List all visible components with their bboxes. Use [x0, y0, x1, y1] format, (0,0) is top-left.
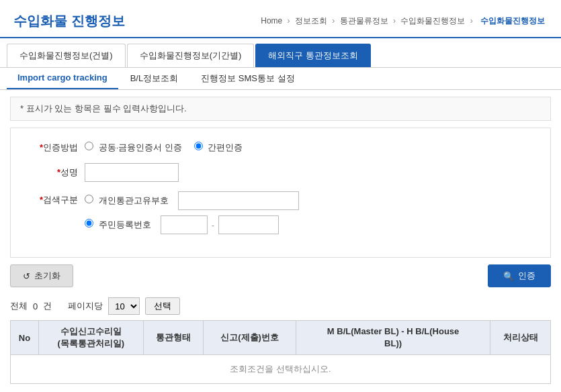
total-count: 0	[33, 301, 38, 311]
tabs-row2: Import cargo tracking B/L정보조회 진행정보 SMS통보…	[0, 68, 561, 90]
th-customs-type: 통관형태	[143, 321, 204, 355]
auth-method-label: *인증방법	[24, 142, 85, 154]
auth-option2-label[interactable]: 간편인증	[194, 142, 249, 154]
breadcrumb: Home › 정보조회 › 통관물류정보 › 수입화물진행정보 › 수입화물진행…	[261, 15, 548, 27]
auth-option2-radio[interactable]	[194, 142, 203, 150]
breadcrumb-home[interactable]: Home	[261, 16, 282, 26]
auth-label: 인증	[518, 270, 535, 282]
empty-message: 조회조건을 선택하십시오.	[11, 355, 551, 384]
per-page-label: 페이지당	[68, 300, 103, 312]
th-bl-number: M B/L(Master BL) - H B/L(HouseBL))	[296, 321, 490, 355]
reset-label: 초기화	[34, 270, 60, 282]
tab-row2-1[interactable]: Import cargo tracking	[7, 68, 118, 89]
buttons-row: ↺ 초기화 🔍 인증	[10, 264, 551, 287]
pagination-row: 전체 0 건 페이지당 10 20 30 50 선택	[10, 297, 551, 315]
notice-text: * 표시가 있는 항목은 필수 입력사항입니다.	[20, 103, 187, 113]
per-page-select[interactable]: 10 20 30 50	[108, 297, 140, 315]
notice-box: * 표시가 있는 항목은 필수 입력사항입니다.	[10, 97, 551, 121]
search-icon: 🔍	[503, 271, 514, 281]
breadcrumb-import[interactable]: 수입화물진행정보	[400, 16, 465, 26]
total-suffix: 건	[43, 300, 52, 312]
name-label: *성명	[24, 166, 85, 179]
tab-row2-2[interactable]: B/L정보조회	[120, 68, 189, 89]
search-option2-radio[interactable]	[85, 219, 93, 228]
th-customs-no: 수입신고수리일(목록통관처리일)	[38, 321, 143, 355]
auth-option1-label[interactable]: 공동·금융인증서 인증	[85, 142, 187, 154]
search-options: 개인통관고유부호 주민등록번호 -	[85, 191, 299, 234]
search-option1-text: 개인통관고유부호	[99, 195, 169, 205]
tabs-row1: 수입화물진행정보(건별) 수입화물진행정보(기간별) 해외직구 통관정보조회	[0, 38, 561, 68]
data-table: No 수입신고수리일(목록통관처리일) 통관형태 신고(제출)번호 M B/L(…	[10, 320, 551, 384]
search-option1-row: 개인통관고유부호	[85, 191, 299, 210]
auth-option1-text: 공동·금융인증서 인증	[99, 142, 182, 152]
search-option1-input[interactable]	[178, 191, 299, 210]
auth-button[interactable]: 🔍 인증	[488, 264, 551, 287]
auth-method-controls: 공동·금융인증서 인증 간편인증	[85, 142, 248, 154]
name-controls	[85, 163, 179, 182]
reset-icon: ↺	[23, 271, 30, 281]
breadcrumb-info[interactable]: 정보조회	[295, 16, 327, 26]
breadcrumb-customs[interactable]: 통관물류정보	[340, 16, 388, 26]
breadcrumb-current: 수입화물진행정보	[480, 16, 545, 26]
search-option2-label[interactable]: 주민등록번호	[85, 219, 157, 231]
form-section: *인증방법 공동·금융인증서 인증 간편인증 *성명 *검색구분	[10, 128, 551, 258]
total-prefix: 전체	[10, 300, 28, 312]
page-title: 수입화물 진행정보	[13, 12, 125, 30]
auth-option1-radio[interactable]	[85, 142, 93, 150]
search-category-label: *검색구분	[24, 191, 85, 206]
tab-row2-3[interactable]: 진행정보 SMS통보 설정	[190, 68, 305, 89]
table-empty-row: 조회조건을 선택하십시오.	[11, 355, 551, 384]
search-option2-row: 주민등록번호 -	[85, 215, 299, 234]
search-option2-input1[interactable]	[161, 215, 208, 234]
search-option1-radio[interactable]	[85, 195, 93, 203]
tab-row1-3[interactable]: 해외직구 통관정보조회	[255, 44, 371, 67]
table-header-row: No 수입신고수리일(목록통관처리일) 통관형태 신고(제출)번호 M B/L(…	[11, 321, 551, 355]
search-category-row: *검색구분 개인통관고유부호 주민등록번호 -	[24, 191, 537, 234]
th-no: No	[11, 321, 39, 355]
name-row: *성명	[24, 163, 537, 182]
reset-button[interactable]: ↺ 초기화	[10, 264, 73, 287]
search-option2-text: 주민등록번호	[99, 219, 151, 230]
th-status: 처리상태	[490, 321, 551, 355]
select-button[interactable]: 선택	[145, 297, 180, 315]
page-header: 수입화물 진행정보 Home › 정보조회 › 통관물류정보 › 수입화물진행정…	[0, 0, 561, 38]
tab-row1-1[interactable]: 수입화물진행정보(건별)	[7, 44, 126, 67]
th-declaration-no: 신고(제출)번호	[204, 321, 296, 355]
auth-method-row: *인증방법 공동·금융인증서 인증 간편인증	[24, 142, 537, 154]
auth-option2-text: 간편인증	[208, 142, 243, 152]
search-option2-input2[interactable]	[218, 215, 279, 234]
name-input[interactable]	[85, 163, 179, 182]
tab-row1-2[interactable]: 수입화물진행정보(기간별)	[127, 44, 255, 67]
search-option1-label[interactable]: 개인통관고유부호	[85, 195, 174, 207]
